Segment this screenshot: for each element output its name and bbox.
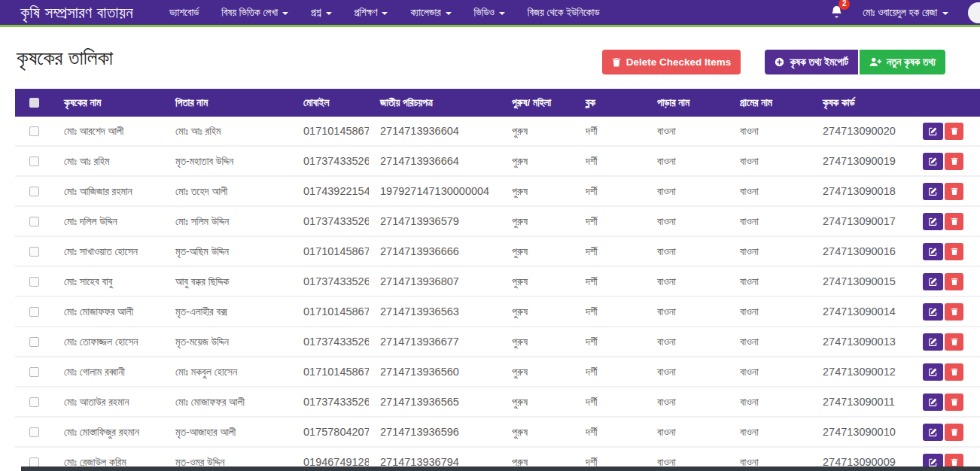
table-row: মোঃ আরশেদ আলী মোঃ আঃ রহিম 01710145867 27… [15, 117, 980, 147]
nav-item-video[interactable]: ভিডিও [474, 7, 505, 19]
delete-row-button[interactable] [945, 333, 963, 351]
farmer-card-cell: 274713090020 [811, 117, 923, 145]
edit-row-button[interactable] [923, 394, 943, 411]
nid-cell: 197927147130000004 [369, 177, 501, 205]
para-name-cell: বাওনা [646, 237, 729, 266]
table-row: মোঃ সাখাওয়াত হোসেন মৃত-অছিম উদ্দিন 0171… [15, 237, 980, 267]
para-name-cell: বাওনা [646, 357, 729, 386]
user-menu[interactable]: মোঃ ওবায়েদুল হক রেজা [863, 7, 948, 19]
father-name-cell: মোঃ আঃ রহিম [164, 117, 292, 145]
row-checkbox[interactable] [29, 217, 39, 226]
row-checkbox[interactable] [29, 187, 39, 196]
gender-cell: পুরুষ [501, 297, 574, 326]
para-name-cell: বাওনা [646, 267, 729, 296]
father-name-cell: আবু বক্কর ছিদ্দিক [164, 267, 292, 296]
nav-item-label: ড্যাশবোর্ড [169, 7, 199, 19]
brand-logo[interactable]: কৃষি সম্প্রসারণ বাতায়ন [20, 4, 133, 22]
row-checkbox[interactable] [29, 397, 39, 407]
table-row: মোঃ আজিজার রহমান মোঃ তহেদ আলী 0174392215… [15, 177, 980, 207]
nav-item-label: প্রশ্ন [311, 7, 321, 19]
nav-item-questions[interactable]: প্রশ্ন [311, 7, 332, 19]
row-checkbox[interactable] [29, 307, 39, 317]
gender-cell: পুরুষ [501, 177, 574, 205]
edit-icon [929, 428, 937, 436]
mobile-cell: 01737433526 [292, 387, 369, 416]
edit-row-button[interactable] [923, 363, 943, 381]
edit-icon [929, 127, 937, 135]
table-row: মোঃ মোস্তাফিজুর রহমান মৃত-আজাহার আলী 017… [15, 418, 980, 448]
village-name-cell: বাওনা [729, 357, 811, 386]
edit-row-button[interactable] [923, 153, 943, 170]
edit-row-button[interactable] [923, 333, 943, 351]
farmer-table-body: মোঃ আরশেদ আলী মোঃ আঃ রহিম 01710145867 27… [15, 117, 980, 471]
delete-row-button[interactable] [945, 123, 963, 140]
delete-checked-button[interactable]: Delete Checked Items [602, 50, 741, 74]
nav-item-dashboard[interactable]: ড্যাশবোর্ড [169, 7, 199, 19]
row-checkbox[interactable] [29, 247, 39, 257]
delete-row-button[interactable] [945, 243, 963, 260]
edit-row-button[interactable] [923, 273, 943, 290]
table-row: মোঃ গোলাম রব্বানী মোঃ মকবুল হোসেন 017101… [15, 357, 980, 387]
column-header-father: পিতার নাম [164, 89, 292, 117]
father-name-cell: মোঃ মোজাফফর আলী [164, 387, 292, 416]
farmer-name-cell: মোঃ আরশেদ আলী [53, 117, 164, 145]
delete-row-button[interactable] [945, 303, 963, 321]
delete-row-button[interactable] [945, 424, 963, 441]
row-checkbox[interactable] [29, 337, 39, 347]
navbar: কৃষি সম্প্রসারণ বাতায়ন ড্যাশবোর্ড বিষয়… [0, 0, 980, 27]
new-farmer-button[interactable]: নতুন কৃষক তথ্য [860, 50, 945, 74]
edit-row-button[interactable] [923, 303, 943, 321]
farmer-name-cell: মোঃ মোস্তাফিজুর রহমান [53, 418, 164, 446]
edit-row-button[interactable] [923, 123, 943, 140]
nav-item-training[interactable]: প্রশিক্ষণ [355, 7, 388, 19]
edit-row-button[interactable] [923, 213, 943, 230]
nav-item-bijoy-to-unicode[interactable]: বিজয় থেকে ইউনিকোড [528, 7, 600, 19]
delete-row-button[interactable] [945, 153, 963, 170]
notifications-button[interactable]: 2 [830, 5, 843, 21]
farmer-name-cell: মোঃ আতাউর রহমান [53, 387, 164, 416]
nav-right: 2 মোঃ ওবায়েদুল হক রেজা [830, 2, 980, 23]
trash-icon [951, 247, 958, 256]
table-row: মোঃ আতাউর রহমান মোঃ মোজাফফর আলী 01737433… [15, 387, 980, 418]
delete-row-button[interactable] [945, 183, 963, 200]
edit-icon [929, 217, 937, 226]
row-checkbox[interactable] [29, 457, 39, 467]
village-name-cell: বাওনা [729, 297, 811, 326]
delete-row-button[interactable] [945, 363, 963, 381]
edit-row-button[interactable] [923, 424, 943, 441]
row-checkbox[interactable] [29, 427, 39, 437]
nav-item-label: বিজয় থেকে ইউনিকোড [528, 7, 600, 19]
row-checkbox[interactable] [29, 277, 39, 287]
block-cell: দর্শী [574, 297, 646, 326]
new-farmer-label: নতুন কৃষক তথ্য [887, 56, 936, 68]
trash-icon [951, 367, 958, 376]
farmer-name-cell: মোঃ মোজাফফর আলী [53, 297, 164, 326]
farmer-card-cell: 274713090018 [811, 177, 923, 205]
village-name-cell: বাওনা [729, 147, 811, 175]
nav-item-calendar[interactable]: ক্যালেন্ডার [410, 7, 451, 19]
notification-badge: 2 [838, 0, 850, 10]
nid-cell: 2714713936807 [369, 267, 501, 296]
row-checkbox[interactable] [29, 126, 39, 136]
delete-row-button[interactable] [945, 394, 963, 411]
table-row: মোঃ সাহেব বাবু আবু বক্কর ছিদ্দিক 0173743… [15, 267, 980, 297]
nid-cell: 2714713936563 [369, 297, 501, 326]
mobile-cell: 01737433526 [292, 147, 369, 175]
import-farmer-data-button[interactable]: কৃষক তথ্য ইমপোর্ট [765, 50, 858, 74]
nav-item-subject-articles[interactable]: বিষয় ভিত্তিক লেখা [221, 7, 288, 19]
para-name-cell: বাওনা [646, 327, 729, 356]
row-checkbox[interactable] [29, 156, 39, 166]
nid-cell: 2714713936565 [369, 387, 501, 416]
nid-cell: 2714713936677 [369, 327, 501, 356]
avatar[interactable] [968, 2, 980, 23]
delete-row-button[interactable] [945, 273, 963, 290]
trash-icon [951, 277, 958, 286]
edit-row-button[interactable] [923, 243, 943, 260]
select-all-checkbox[interactable] [29, 98, 39, 108]
delete-row-button[interactable] [945, 213, 963, 230]
trash-icon [951, 427, 958, 436]
row-checkbox[interactable] [29, 367, 39, 377]
edit-row-button[interactable] [923, 183, 943, 200]
block-cell: দর্শী [574, 267, 646, 296]
trash-icon [612, 57, 621, 67]
